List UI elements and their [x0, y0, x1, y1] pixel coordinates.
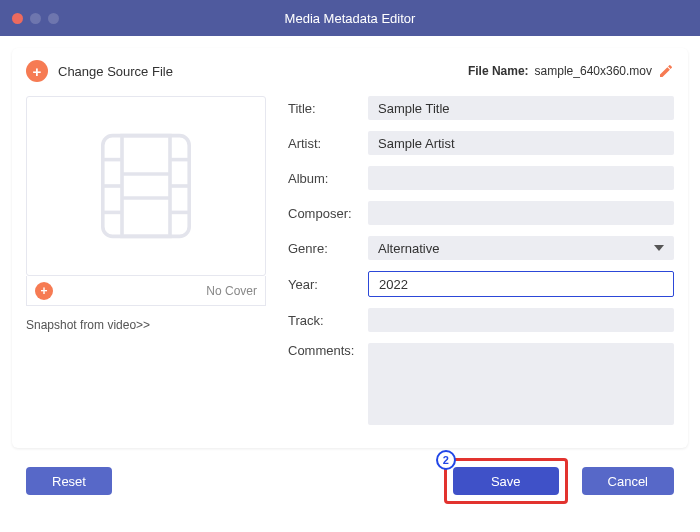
artist-input[interactable] [368, 131, 674, 155]
film-icon [86, 126, 206, 246]
album-label: Album: [288, 171, 368, 186]
cover-bar: + No Cover [26, 276, 266, 306]
save-highlight-annotation: 2 Save [444, 458, 568, 504]
footer-buttons: Reset 2 Save Cancel [12, 448, 688, 518]
album-input[interactable] [368, 166, 674, 190]
title-bar: Media Metadata Editor [0, 0, 700, 36]
year-input[interactable] [368, 271, 674, 297]
reset-button[interactable]: Reset [26, 467, 112, 495]
file-name-label: File Name: [468, 64, 529, 78]
edit-filename-icon[interactable] [658, 63, 674, 79]
genre-label: Genre: [288, 241, 368, 256]
genre-select[interactable]: Alternative [368, 236, 674, 260]
step-badge: 2 [436, 450, 456, 470]
comments-textarea[interactable] [368, 343, 674, 425]
add-cover-icon[interactable]: + [35, 282, 53, 300]
artist-label: Artist: [288, 136, 368, 151]
file-name-value: sample_640x360.mov [535, 64, 652, 78]
window-title: Media Metadata Editor [0, 11, 700, 26]
cover-art-placeholder [26, 96, 266, 276]
file-name-display: File Name: sample_640x360.mov [468, 63, 674, 79]
title-input[interactable] [368, 96, 674, 120]
no-cover-label: No Cover [206, 284, 257, 298]
chevron-down-icon [654, 245, 664, 251]
composer-input[interactable] [368, 201, 674, 225]
snapshot-from-video-link[interactable]: Snapshot from video>> [26, 318, 266, 332]
composer-label: Composer: [288, 206, 368, 221]
add-source-icon[interactable]: + [26, 60, 48, 82]
metadata-form: Title: Artist: Album: Composer: Genre: [288, 96, 674, 436]
genre-value: Alternative [378, 241, 439, 256]
comments-label: Comments: [288, 343, 368, 358]
cancel-button[interactable]: Cancel [582, 467, 674, 495]
change-source-link[interactable]: Change Source File [58, 64, 173, 79]
title-label: Title: [288, 101, 368, 116]
save-button[interactable]: Save [453, 467, 559, 495]
year-label: Year: [288, 277, 368, 292]
main-panel: + Change Source File File Name: sample_6… [12, 48, 688, 448]
track-input[interactable] [368, 308, 674, 332]
track-label: Track: [288, 313, 368, 328]
svg-rect-1 [122, 136, 170, 237]
